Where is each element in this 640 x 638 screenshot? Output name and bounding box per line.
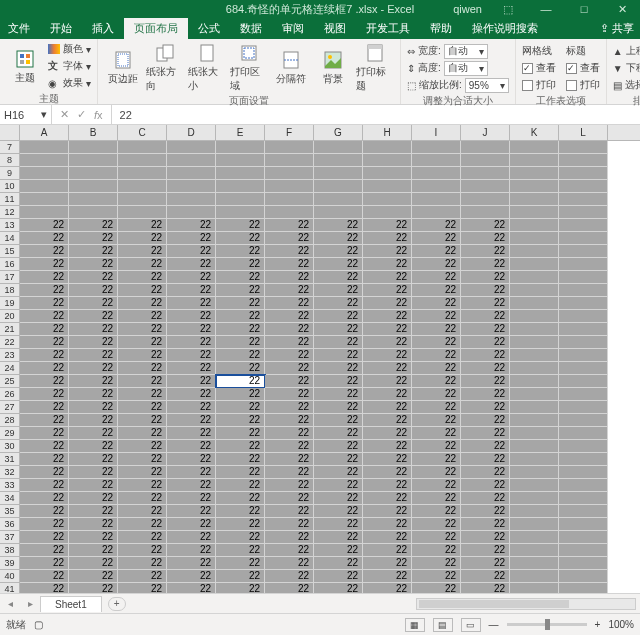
cell[interactable]: 22 — [265, 518, 314, 531]
enter-icon[interactable]: ✓ — [77, 108, 86, 121]
row-header[interactable]: 40 — [0, 570, 20, 583]
cell[interactable]: 22 — [363, 232, 412, 245]
cell[interactable]: 22 — [20, 336, 69, 349]
cell[interactable] — [510, 141, 559, 154]
cell[interactable] — [559, 544, 608, 557]
cell[interactable]: 22 — [216, 557, 265, 570]
cell[interactable] — [20, 141, 69, 154]
row-header[interactable]: 24 — [0, 362, 20, 375]
printarea-button[interactable]: 打印区域 — [230, 41, 268, 93]
size-button[interactable]: 纸张大小 — [188, 41, 226, 93]
cell[interactable]: 22 — [314, 219, 363, 232]
cell[interactable]: 22 — [314, 245, 363, 258]
cell[interactable]: 22 — [118, 362, 167, 375]
cell[interactable]: 22 — [167, 375, 216, 388]
headings-print-checkbox[interactable]: 打印 — [566, 77, 600, 93]
cell[interactable]: 22 — [461, 297, 510, 310]
cell[interactable] — [559, 141, 608, 154]
menu-tab-10[interactable]: 操作说明搜索 — [462, 18, 548, 39]
cell[interactable] — [69, 154, 118, 167]
cell[interactable]: 22 — [118, 544, 167, 557]
cell[interactable]: 22 — [314, 505, 363, 518]
cell[interactable]: 22 — [461, 466, 510, 479]
cell[interactable]: 22 — [265, 323, 314, 336]
sheet-tab[interactable]: Sheet1 — [40, 596, 102, 612]
cell[interactable]: 22 — [216, 531, 265, 544]
cell[interactable] — [412, 141, 461, 154]
cell[interactable]: 22 — [20, 232, 69, 245]
cell[interactable]: 22 — [69, 401, 118, 414]
cell[interactable]: 22 — [265, 271, 314, 284]
cell[interactable] — [412, 180, 461, 193]
cell[interactable]: 22 — [216, 219, 265, 232]
cell[interactable] — [118, 167, 167, 180]
cell[interactable]: 22 — [167, 505, 216, 518]
cell[interactable]: 22 — [314, 323, 363, 336]
breaks-button[interactable]: 分隔符 — [272, 48, 310, 86]
cell[interactable]: 22 — [314, 310, 363, 323]
cell[interactable]: 22 — [265, 349, 314, 362]
cell[interactable]: 22 — [216, 505, 265, 518]
cell[interactable]: 22 — [167, 232, 216, 245]
cell[interactable]: 22 — [20, 362, 69, 375]
cell[interactable] — [559, 505, 608, 518]
cell[interactable]: 22 — [216, 427, 265, 440]
cell[interactable]: 22 — [314, 453, 363, 466]
cell[interactable] — [510, 154, 559, 167]
cell[interactable]: 22 — [363, 531, 412, 544]
cell[interactable]: 22 — [167, 336, 216, 349]
cell[interactable]: 22 — [363, 466, 412, 479]
cell[interactable] — [559, 531, 608, 544]
cell[interactable]: 22 — [216, 258, 265, 271]
cell[interactable] — [20, 167, 69, 180]
sheet-nav-arrows[interactable]: ◂▸ — [0, 598, 40, 609]
zoom-out-button[interactable]: — — [489, 619, 499, 630]
cell[interactable] — [216, 154, 265, 167]
cell[interactable]: 22 — [363, 388, 412, 401]
cell[interactable]: 22 — [167, 271, 216, 284]
menu-tab-2[interactable]: 插入 — [82, 18, 124, 39]
cell[interactable]: 22 — [20, 284, 69, 297]
col-header[interactable]: F — [265, 125, 314, 140]
cell[interactable]: 22 — [216, 388, 265, 401]
cell[interactable]: 22 — [167, 531, 216, 544]
cell[interactable]: 22 — [216, 544, 265, 557]
cell[interactable] — [118, 180, 167, 193]
cell[interactable]: 22 — [118, 349, 167, 362]
cell[interactable]: 22 — [314, 479, 363, 492]
cell[interactable]: 22 — [412, 323, 461, 336]
cell[interactable] — [265, 180, 314, 193]
cell[interactable]: 22 — [167, 492, 216, 505]
col-header[interactable]: I — [412, 125, 461, 140]
cell[interactable]: 22 — [69, 570, 118, 583]
cell[interactable] — [216, 141, 265, 154]
cell[interactable]: 22 — [363, 570, 412, 583]
cell[interactable]: 22 — [69, 297, 118, 310]
row-header[interactable]: 33 — [0, 479, 20, 492]
row-header[interactable]: 9 — [0, 167, 20, 180]
cell[interactable]: 22 — [167, 258, 216, 271]
cell[interactable]: 22 — [167, 479, 216, 492]
headings-view-checkbox[interactable]: ✓查看 — [566, 60, 600, 76]
cell[interactable] — [69, 167, 118, 180]
cell[interactable] — [510, 167, 559, 180]
cell[interactable] — [510, 440, 559, 453]
cell[interactable] — [510, 232, 559, 245]
cell[interactable]: 22 — [412, 427, 461, 440]
cell[interactable] — [559, 167, 608, 180]
cell[interactable]: 22 — [412, 310, 461, 323]
cell[interactable]: 22 — [216, 466, 265, 479]
col-header[interactable]: J — [461, 125, 510, 140]
cell[interactable]: 22 — [167, 440, 216, 453]
gridlines-print-checkbox[interactable]: 打印 — [522, 77, 556, 93]
cell[interactable]: 22 — [167, 323, 216, 336]
cell[interactable]: 22 — [265, 310, 314, 323]
row-header[interactable]: 22 — [0, 336, 20, 349]
cell[interactable]: 22 — [20, 466, 69, 479]
cell[interactable]: 22 — [412, 479, 461, 492]
cell[interactable]: 22 — [20, 440, 69, 453]
menu-tab-3[interactable]: 页面布局 — [124, 18, 188, 39]
cell[interactable]: 22 — [363, 479, 412, 492]
cell[interactable]: 22 — [69, 414, 118, 427]
cell[interactable] — [216, 167, 265, 180]
